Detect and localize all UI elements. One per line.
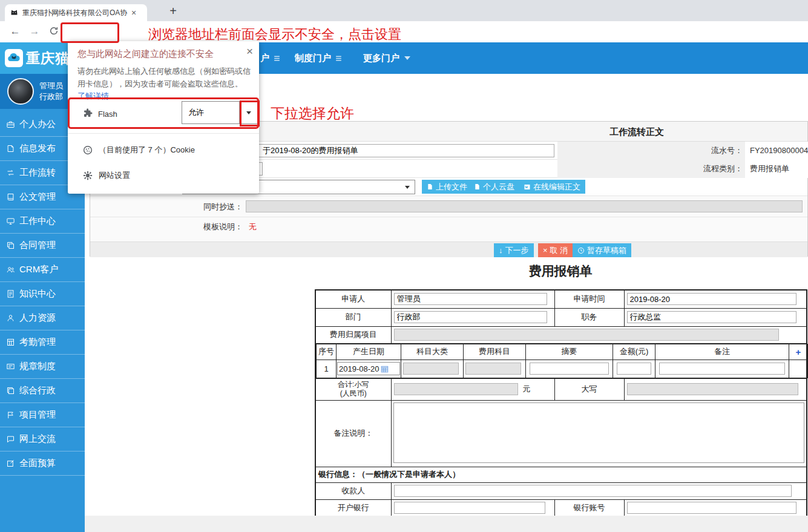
book-icon <box>6 192 15 202</box>
dept-label: 部门 <box>315 308 391 326</box>
table-row: 序号 产生日期 科目大类 费用科目 摘要 金额(元) 备注 + 1 <box>315 343 807 378</box>
bank-input[interactable] <box>394 502 546 514</box>
browser-tab[interactable]: 重庆猫扑网络科技有限公司OA协 × <box>5 4 147 21</box>
security-popup: × 您与此网站之间建立的连接不安全 请勿在此网站上输入任何敏感信息（例如密码或信… <box>68 41 259 194</box>
new-tab-button[interactable]: + <box>165 2 182 19</box>
add-row-button[interactable]: + <box>796 347 801 357</box>
popup-title: 您与此网站之间建立的连接不安全 <box>77 48 214 60</box>
capital-label: 大写 <box>554 378 624 400</box>
row-index: 1 <box>317 360 337 378</box>
col-summary: 摘要 <box>526 344 613 360</box>
category-label: 流程类别： <box>557 160 745 178</box>
note-input[interactable] <box>659 363 785 375</box>
puzzle-icon <box>82 108 93 119</box>
user-name: 管理员 <box>39 80 63 91</box>
person-icon <box>6 314 15 323</box>
popup-close-icon[interactable]: × <box>246 45 253 58</box>
list-icon <box>273 54 281 62</box>
upload-file-button[interactable]: 上传文件 <box>422 180 472 194</box>
screen: 重庆猫扑网络科技有限公司OA协 × + ← → i 不安全 浏览器地址栏前面会显… <box>0 0 808 532</box>
sidebar-item-project-mgmt[interactable]: 项目管理 <box>0 403 85 427</box>
tab-close-icon[interactable]: × <box>131 8 136 18</box>
table-row: 申请人 申请时间 <box>315 290 807 308</box>
logo-text: 重庆猫 <box>26 49 70 68</box>
calendar-icon <box>381 365 389 373</box>
chevron-down-icon <box>404 56 410 60</box>
cc-field <box>246 200 803 212</box>
save-draft-button[interactable]: 暂存草稿箱 <box>573 243 631 257</box>
close-icon: × <box>543 246 548 255</box>
apply-time-input[interactable] <box>627 293 797 305</box>
workflow-row-cc: 同时抄送： <box>90 196 807 217</box>
back-icon[interactable]: ← <box>7 24 23 39</box>
site-settings-row[interactable]: 网站设置 <box>68 163 259 188</box>
account-input[interactable] <box>627 502 797 514</box>
online-edit-button[interactable]: 在线编辑正文 <box>519 180 585 194</box>
nav-item-partial-portal[interactable]: 户 <box>260 42 281 74</box>
document-icon <box>6 289 15 298</box>
date-input[interactable]: 2019-08-20 <box>337 362 400 375</box>
sidebar-item-knowledge[interactable]: 知识中心 <box>0 282 85 306</box>
sidebar-item-work-center[interactable]: 工作中心 <box>0 209 85 234</box>
gear-icon <box>82 170 93 181</box>
sidebar-item-contract-mgmt[interactable]: 合同管理 <box>0 234 85 258</box>
flash-select-arrow[interactable] <box>239 102 258 123</box>
dept-input[interactable] <box>394 311 547 323</box>
sidebar-item-regulations[interactable]: 规章制度 <box>0 355 85 379</box>
template-label: 模板说明： <box>90 217 243 237</box>
forward-icon[interactable]: → <box>27 24 42 39</box>
table-row: 合计:小写 (人民币) 元 大写 <box>315 378 807 400</box>
next-step-button[interactable]: ↓ 下一步 <box>494 243 534 257</box>
avatar <box>7 78 34 105</box>
expense-detail-table: 序号 产生日期 科目大类 费用科目 摘要 金额(元) 备注 + 1 <box>316 344 808 378</box>
total-amount-field <box>394 383 518 395</box>
sidebar-item-budget[interactable]: 全面预算 <box>0 452 85 476</box>
sidebar-item-crm[interactable]: CRM客户 <box>0 258 85 282</box>
workflow-row-template: 模板说明： 无 <box>90 217 807 241</box>
total-label-line1: 合计:小写 <box>318 380 389 389</box>
summary-input[interactable] <box>530 363 609 375</box>
reload-icon[interactable] <box>46 25 62 41</box>
applicant-input[interactable] <box>394 293 547 305</box>
serial-value: FY20190800004 <box>745 142 808 160</box>
down-arrow-icon: ↓ <box>499 246 503 255</box>
expense-table: 申请人 申请时间 部门 职务 费用归属项目 <box>315 289 807 517</box>
browser-tab-strip: 重庆猫扑网络科技有限公司OA协 × + <box>0 0 808 21</box>
nav-institution-label: 制度门户 <box>295 53 331 64</box>
cancel-button[interactable]: × 取 消 <box>538 243 573 257</box>
remark-label: 备注说明： <box>315 400 391 467</box>
sidebar-item-attendance[interactable]: 考勤管理 <box>0 330 85 355</box>
col-subject: 费用科目 <box>464 344 526 360</box>
popup-body: 请勿在此网站上输入任何敏感信息（例如密码或信用卡信息），因为攻击者可能会盗取这些… <box>77 65 251 103</box>
flash-permission-select[interactable]: 允许 <box>182 101 258 124</box>
flash-permission-row: Flash 允许 <box>68 98 259 129</box>
sidebar-item-hr[interactable]: 人力资源 <box>0 306 85 330</box>
nav-item-institution-portal[interactable]: 制度门户 <box>295 42 343 74</box>
col-category: 科目大类 <box>401 344 464 360</box>
flyer-icon <box>6 144 15 153</box>
sidebar-item-online-chat[interactable]: 网上交流 <box>0 427 85 452</box>
sidebar-item-admin[interactable]: 综合行政 <box>0 379 85 403</box>
personal-cloud-button[interactable]: 个人云盘 <box>469 180 519 194</box>
app-logo-icon <box>5 49 23 67</box>
flash-label: Flash <box>98 110 117 119</box>
payee-input[interactable] <box>394 485 792 497</box>
table-row: 费用归属项目 <box>315 326 807 343</box>
cookie-row[interactable]: （目前使用了 7 个）Cookie <box>68 138 259 162</box>
workflow-actionbar: ↓ 下一步 × 取 消 暂存草稿箱 <box>90 241 807 257</box>
table-row: 备注说明： <box>315 400 807 467</box>
nav-partial-label: 户 <box>260 53 269 64</box>
remark-textarea[interactable] <box>393 402 805 463</box>
expense-form-title: 费用报销单 <box>315 263 806 280</box>
copy-icon <box>6 241 15 250</box>
table-row: 部门 职务 <box>315 308 807 326</box>
category-field <box>403 363 459 375</box>
project-label: 费用归属项目 <box>315 326 391 343</box>
chevron-down-icon <box>246 111 251 114</box>
position-input[interactable] <box>627 311 797 323</box>
nav-item-more-portal[interactable]: 更多门户 <box>363 42 410 74</box>
amount-input[interactable] <box>617 363 652 375</box>
category-value: 费用报销单 <box>745 160 808 178</box>
file-icon <box>474 183 481 190</box>
cookie-label: （目前使用了 7 个）Cookie <box>99 145 195 156</box>
